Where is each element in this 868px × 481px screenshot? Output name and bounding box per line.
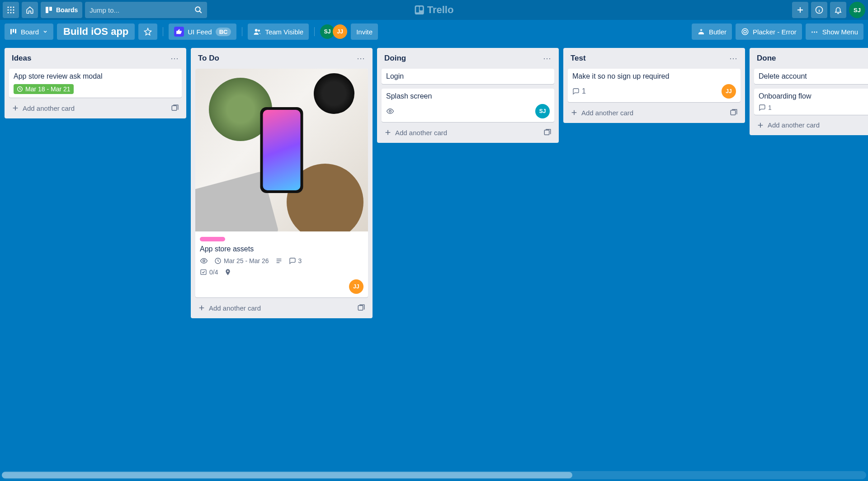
search-input[interactable] [90,6,194,14]
due-badge: Mar 25 - Mar 26 [214,257,269,264]
list-title[interactable]: Test [571,54,586,63]
list-menu-button[interactable]: ⋯ [357,53,365,63]
svg-point-6 [7,12,9,13]
list-done[interactable]: Done ⋯ Delete account Onboarding flow 1 … [750,48,868,135]
card[interactable]: Delete account [754,69,868,84]
card[interactable]: Splash screen SJ [382,89,554,122]
board-canvas[interactable]: Ideas ⋯ App store review ask modal Mar 1… [0,43,868,472]
star-button[interactable] [138,24,157,40]
card[interactable]: Login [382,69,554,84]
list-title[interactable]: To Do [198,54,219,63]
add-card-button[interactable]: Add another card [195,302,368,314]
svg-point-7 [10,12,11,13]
svg-rect-31 [731,110,736,115]
comments-count: 1 [768,104,772,111]
comments-count: 3 [298,257,302,264]
checklist-badge: 0/4 [200,269,218,276]
list-todo[interactable]: To Do ⋯ App store assets Mar 25 - Mar 26 [191,48,373,318]
ui-feed-chip: BC [216,28,231,36]
list-menu-button[interactable]: ⋯ [729,53,738,63]
svg-point-19 [255,29,258,32]
card[interactable]: Make it so no sign up required 1 JJ [568,69,741,102]
svg-point-22 [744,30,746,33]
card-member-avatar[interactable]: JJ [349,279,363,294]
template-icon[interactable] [171,104,179,112]
add-card-button[interactable]: Add another card [568,107,741,118]
chevron-down-icon [42,29,48,34]
info-button[interactable] [811,2,827,18]
add-card-button[interactable]: Add another card [754,119,868,131]
plus-icon [198,304,205,311]
eye-icon [200,257,208,265]
notifications-button[interactable] [830,2,846,18]
add-card-button[interactable]: Add another card [9,102,182,114]
clock-icon [17,86,23,92]
card-member-avatar[interactable]: SJ [535,104,550,118]
list-title[interactable]: Ideas [12,54,31,63]
view-switch-button[interactable]: Board [5,24,53,40]
svg-rect-14 [420,7,423,10]
show-menu-button[interactable]: ⋯ Show Menu [806,24,863,40]
due-badge: Mar 18 - Mar 21 [14,84,74,94]
card-member-avatar[interactable]: JJ [722,84,736,99]
search-box[interactable] [85,2,207,18]
template-icon[interactable] [543,128,552,137]
list-doing[interactable]: Doing ⋯ Login Splash screen SJ Add anoth… [377,48,559,143]
board-view-icon [10,28,17,35]
card-title: Login [386,72,550,80]
separator [314,27,315,36]
header-avatar[interactable]: SJ [849,2,865,18]
member-avatar[interactable]: JJ [333,24,347,39]
svg-point-21 [742,28,748,35]
list-title[interactable]: Done [757,54,776,63]
butler-button[interactable]: Butler [692,24,732,40]
card-title: Splash screen [386,92,550,100]
list-menu-button[interactable]: ⋯ [170,53,179,63]
svg-point-2 [13,6,14,8]
scrollbar-thumb[interactable] [2,472,572,478]
horizontal-scrollbar[interactable] [2,471,866,479]
boards-icon [45,6,52,14]
global-header: Boards Trello SJ [0,0,868,20]
apps-button[interactable] [3,2,19,18]
clock-icon [214,257,222,264]
card[interactable]: App store review ask modal Mar 18 - Mar … [9,69,182,98]
svg-point-0 [7,6,9,8]
add-card-button[interactable]: Add another card [382,127,554,138]
separator [242,27,242,36]
svg-point-20 [258,30,260,32]
template-icon[interactable] [730,108,738,117]
board-title[interactable]: Build iOS app [57,24,135,40]
card[interactable]: Onboarding flow 1 [754,89,868,115]
card[interactable]: App store assets Mar 25 - Mar 26 3 [195,69,368,297]
svg-rect-13 [416,7,419,13]
create-button[interactable] [792,2,808,18]
svg-rect-18 [15,29,16,33]
card-cover-image [195,69,368,231]
plus-icon [12,104,19,112]
svg-point-1 [10,6,11,8]
team-visible-button[interactable]: Team Visible [248,24,309,40]
ui-feed-button[interactable]: UI Feed BC [169,24,236,40]
list-ideas[interactable]: Ideas ⋯ App store review ask modal Mar 1… [5,48,186,118]
member-stack[interactable]: SJ JJ [320,24,347,39]
logo[interactable]: Trello [415,4,454,16]
plus-icon [384,129,392,136]
plus-icon [757,122,764,129]
placker-label: Placker - Error [753,28,797,36]
ui-feed-label: UI Feed [188,28,212,36]
add-card-label: Add another card [395,129,447,137]
watch-badge [386,107,394,115]
boards-button[interactable]: Boards [41,2,82,18]
card-title: Make it so no sign up required [572,72,736,80]
home-button[interactable] [22,2,38,18]
list-test[interactable]: Test ⋯ Make it so no sign up required 1 … [563,48,745,123]
card-label-pink[interactable] [200,237,225,241]
logo-text: Trello [427,4,454,16]
team-visible-label: Team Visible [265,28,303,36]
invite-button[interactable]: Invite [351,24,378,40]
list-title[interactable]: Doing [384,54,406,63]
template-icon[interactable] [357,304,365,312]
placker-button[interactable]: Placker - Error [736,24,802,40]
list-menu-button[interactable]: ⋯ [543,53,552,63]
